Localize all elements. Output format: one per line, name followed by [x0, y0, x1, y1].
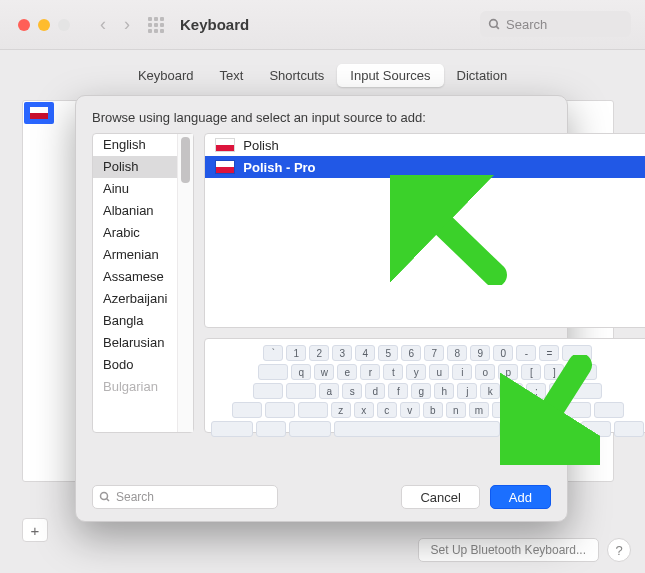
key: = — [539, 345, 559, 361]
tab-shortcuts[interactable]: Shortcuts — [256, 64, 337, 87]
svg-rect-3 — [30, 107, 48, 113]
tab-dictation[interactable]: Dictation — [444, 64, 521, 87]
tab-text[interactable]: Text — [207, 64, 257, 87]
key: 1 — [286, 345, 306, 361]
language-item[interactable]: Bodo — [93, 354, 177, 376]
toolbar-search-placeholder: Search — [506, 17, 547, 32]
svg-point-0 — [490, 19, 498, 27]
tab-bar: KeyboardTextShortcutsInput SourcesDictat… — [0, 50, 645, 87]
key: i — [452, 364, 472, 380]
key: b — [423, 402, 443, 418]
key: k — [480, 383, 500, 399]
key: p — [498, 364, 518, 380]
key: r — [360, 364, 380, 380]
minimize-window-button[interactable] — [38, 19, 50, 31]
language-search-input[interactable]: Search — [92, 485, 278, 509]
language-item[interactable]: English — [93, 134, 177, 156]
key-blank — [503, 421, 545, 437]
key: ` — [263, 345, 283, 361]
show-all-icon[interactable] — [148, 17, 164, 33]
add-button[interactable]: Add — [490, 485, 551, 509]
existing-source-row[interactable] — [24, 102, 54, 124]
language-item[interactable]: Azerbaijani — [93, 288, 177, 310]
search-icon — [99, 491, 111, 503]
language-item[interactable]: Albanian — [93, 200, 177, 222]
nav-arrows: ‹ › — [100, 14, 130, 35]
help-button[interactable]: ? — [607, 538, 631, 562]
key: h — [434, 383, 454, 399]
key: / — [538, 402, 558, 418]
key: v — [400, 402, 420, 418]
key: n — [446, 402, 466, 418]
key: d — [365, 383, 385, 399]
key-blank — [211, 421, 253, 437]
language-item[interactable]: Bulgarian — [93, 376, 177, 398]
add-input-source-sheet: Browse using language and select an inpu… — [75, 95, 568, 522]
key: ' — [549, 383, 569, 399]
language-item[interactable]: Polish — [93, 156, 177, 178]
language-item[interactable]: Assamese — [93, 266, 177, 288]
language-item[interactable]: Armenian — [93, 244, 177, 266]
key: 2 — [309, 345, 329, 361]
close-window-button[interactable] — [18, 19, 30, 31]
key: , — [492, 402, 512, 418]
key: - — [516, 345, 536, 361]
key: [ — [521, 364, 541, 380]
zoom-window-button[interactable] — [58, 19, 70, 31]
key: ; — [526, 383, 546, 399]
cancel-button[interactable]: Cancel — [401, 485, 479, 509]
key: t — [383, 364, 403, 380]
language-item[interactable]: Ainu — [93, 178, 177, 200]
key: ] — [544, 364, 564, 380]
language-item[interactable]: Bangla — [93, 310, 177, 332]
key-blank — [562, 345, 592, 361]
key: g — [411, 383, 431, 399]
key-blank — [567, 364, 597, 380]
language-item[interactable]: Belarusian — [93, 332, 177, 354]
setup-bluetooth-button[interactable]: Set Up Bluetooth Keyboard... — [418, 538, 599, 562]
flag-icon — [215, 138, 235, 152]
svg-line-5 — [107, 499, 110, 502]
key: 0 — [493, 345, 513, 361]
language-list[interactable]: EnglishPolishAinuAlbanianArabicArmenianA… — [92, 133, 194, 433]
input-source-label: Polish - Pro — [243, 160, 315, 175]
flag-icon — [215, 160, 235, 174]
key: z — [331, 402, 351, 418]
window-title: Keyboard — [180, 16, 249, 33]
key-blank — [232, 402, 262, 418]
key: o — [475, 364, 495, 380]
key-blank — [265, 402, 295, 418]
input-source-list[interactable]: PolishPolish - Pro — [204, 133, 645, 328]
forward-button[interactable]: › — [124, 14, 130, 35]
language-item[interactable]: Arabic — [93, 222, 177, 244]
language-search-placeholder: Search — [116, 490, 154, 504]
language-scrollbar[interactable] — [177, 134, 193, 432]
key: 8 — [447, 345, 467, 361]
input-source-label: Polish — [243, 138, 278, 153]
key: y — [406, 364, 426, 380]
key-blank — [581, 421, 611, 437]
svg-point-4 — [101, 493, 108, 500]
key: 4 — [355, 345, 375, 361]
tab-input-sources[interactable]: Input Sources — [337, 64, 443, 87]
input-source-item[interactable]: Polish - Pro — [205, 156, 645, 178]
key: 7 — [424, 345, 444, 361]
key-blank — [253, 383, 283, 399]
input-source-item[interactable]: Polish — [205, 134, 645, 156]
key: j — [457, 383, 477, 399]
window-body: KeyboardTextShortcutsInput SourcesDictat… — [0, 50, 645, 573]
key: f — [388, 383, 408, 399]
back-button[interactable]: ‹ — [100, 14, 106, 35]
tab-keyboard[interactable]: Keyboard — [125, 64, 207, 87]
key-blank — [258, 364, 288, 380]
key: l — [503, 383, 523, 399]
svg-line-1 — [496, 26, 499, 29]
key: u — [429, 364, 449, 380]
key: 5 — [378, 345, 398, 361]
add-source-button[interactable]: + — [22, 518, 48, 542]
key: c — [377, 402, 397, 418]
key-blank — [286, 383, 316, 399]
key-blank — [561, 402, 591, 418]
key: m — [469, 402, 489, 418]
toolbar-search[interactable]: Search — [480, 11, 631, 37]
